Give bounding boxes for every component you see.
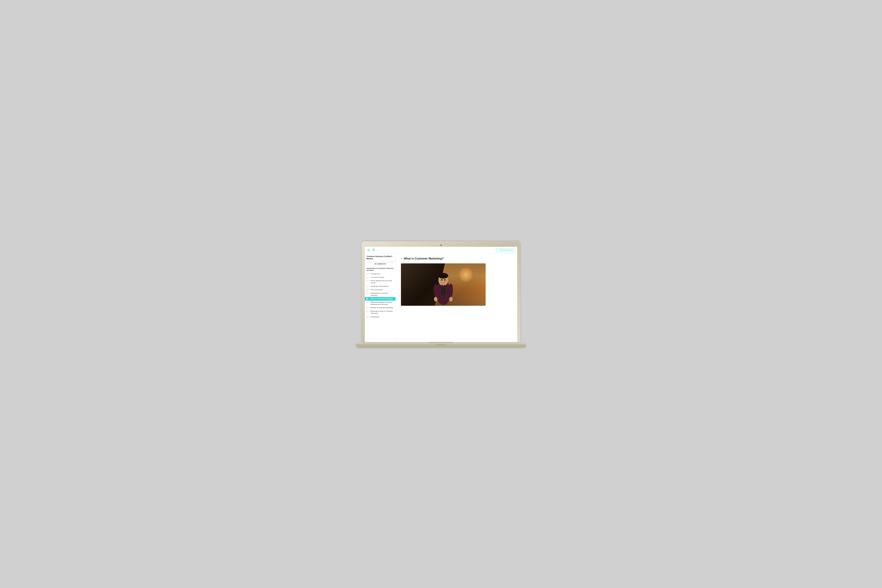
list-icon: ≡ [369, 289, 370, 290]
item-circle [366, 277, 368, 278]
laptop-camera [441, 244, 442, 246]
sidebar-item-coming-soon[interactable]: ≡ Coming soon... [365, 272, 396, 276]
sidebar-item-label: What is Customer Marketing? [370, 298, 394, 300]
list-icon: ≡ [369, 307, 370, 308]
sidebar-item-label: Why build a career in Customer Advocacy? [370, 310, 394, 314]
item-circle [366, 280, 368, 282]
item-circle [366, 292, 368, 294]
lecture-title-icon: ≡ [401, 257, 402, 260]
sidebar-item-pre-course[interactable]: <> Pre-course survey [365, 276, 396, 279]
item-circle [366, 310, 368, 312]
top-nav: < Previous Lecture [365, 247, 517, 254]
progress-section: 0% COMPLETE [365, 261, 396, 266]
lecture-title: ≡ What is Customer Marketing? [401, 257, 512, 260]
app-container: < Previous Lecture Customer Advocacy Cer… [365, 247, 517, 342]
sidebar-item-differences[interactable]: ≡ Differences between Customer Marketing… [365, 301, 396, 306]
sidebar-item-label: Pre-course survey [371, 276, 394, 279]
list-icon: ≡ [369, 273, 370, 274]
main-content: Customer Advocacy Certified | Masters 0%… [365, 254, 517, 342]
item-circle [366, 273, 368, 275]
item-circle [366, 316, 368, 318]
laptop-base [356, 343, 526, 347]
sidebar-item-label: Introduction to Customer Advocacy [370, 292, 394, 296]
list-icon: ≡ [369, 310, 370, 312]
svg-point-0 [373, 249, 374, 250]
sidebar-item-label: Coming soon... [370, 273, 394, 275]
list-icon: ≡ [369, 280, 370, 281]
list-icon: ≡ [369, 302, 370, 303]
sidebar: Customer Advocacy Certified | Masters 0%… [365, 254, 396, 342]
prev-lecture-button[interactable]: < Previous Lecture [496, 248, 515, 252]
item-circle-active [366, 298, 368, 300]
sidebar-item-how-to[interactable]: ≡ How to get the most out of this course [365, 279, 396, 285]
item-circle [366, 286, 368, 287]
laptop-screen: < Previous Lecture Customer Advocacy Cer… [365, 247, 517, 342]
sidebar-item-intro-advocacy[interactable]: ≡ Introduction to Customer Advocacy [365, 292, 396, 297]
course-title: Customer Advocacy Certified | Masters [365, 254, 396, 261]
sidebar-item-label: Differences between Customer Marketing a… [370, 302, 394, 305]
sidebar-item-label: Coursework [370, 316, 394, 318]
sidebar-item-course-pack[interactable]: ≡ Your course pack [365, 288, 396, 292]
sidebar-item-coursework[interactable]: ≡ Coursework [365, 315, 396, 319]
content-area: ≡ What is Customer Marketing? [396, 254, 517, 342]
laptop-bezel: < Previous Lecture Customer Advocacy Cer… [362, 242, 520, 342]
sidebar-item-benefits[interactable]: ≡ Benefits of Customer Marketing [365, 306, 396, 310]
sidebar-item-label: Your course pack [370, 289, 394, 291]
sidebar-item-what-is-customer-marketing[interactable]: ≡ What is Customer Marketing? [365, 297, 396, 301]
progress-bar-bg [366, 262, 394, 262]
list-icon: ≡ [369, 298, 370, 299]
progress-text: 0% COMPLETE [366, 263, 394, 265]
svg-point-7 [441, 279, 442, 280]
video-container[interactable] [401, 263, 486, 306]
settings-icon[interactable] [372, 248, 375, 252]
section-header: Introduction to Customer Advocacy (33 mi… [365, 266, 396, 272]
video-placeholder [401, 263, 486, 306]
sidebar-item-label: How to get the most out of this course [370, 280, 394, 284]
list-icon: ≡ [369, 286, 370, 287]
laptop-wrapper: < Previous Lecture Customer Advocacy Cer… [362, 242, 520, 347]
item-circle [366, 307, 368, 309]
item-circle [366, 289, 368, 291]
svg-point-8 [444, 279, 446, 280]
item-circle [366, 302, 368, 303]
list-icon: ≡ [369, 292, 370, 294]
svg-point-4 [438, 273, 448, 279]
sidebar-item-why-build[interactable]: ≡ Why build a career in Customer Advocac… [365, 310, 396, 315]
sidebar-item-label: Introduction and welcome [370, 285, 394, 288]
video-bg-circle [459, 268, 473, 282]
code-icon: <> [369, 277, 370, 278]
sidebar-item-intro-welcome[interactable]: ≡ Introduction and welcome [365, 285, 396, 288]
list-icon: ≡ [369, 316, 370, 318]
sidebar-item-label: Benefits of Customer Marketing [370, 307, 394, 309]
laptop-notch [429, 342, 453, 343]
home-icon[interactable] [367, 248, 370, 252]
top-nav-left [367, 248, 375, 252]
person-figure [432, 267, 455, 306]
